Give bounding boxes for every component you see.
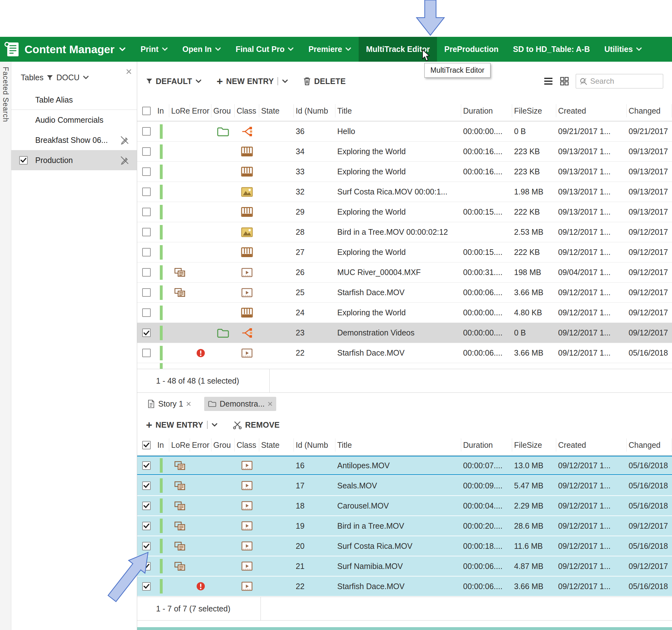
table-row-34[interactable]: 34Exploring the World00:00:16....223 KB0… [137,142,672,162]
app-title[interactable]: Content Manager [25,43,126,56]
row-select-checkbox[interactable] [142,288,151,297]
search-input[interactable] [590,77,660,86]
column-header-grou[interactable]: Grou [211,438,235,451]
chip-close-icon[interactable] [268,401,272,406]
column-header-error[interactable]: Error [190,438,211,451]
menu-item-open-in[interactable]: Open In [175,37,229,62]
menu-item-utilities[interactable]: Utilities [597,37,649,62]
column-header-filesize[interactable]: FileSize [512,104,556,117]
faceted-search-tab[interactable]: Faceted Search [0,62,11,630]
table-row-21[interactable]: 21Surf Namibia.MOV00:00:06....4.87 MB09/… [137,556,672,577]
column-header-created[interactable]: Created [556,104,627,117]
column-header-title[interactable]: Title [335,104,461,117]
menu-item-preproduction[interactable]: PreProduction [437,37,506,62]
pen-disabled-icon[interactable] [120,135,129,145]
chip-close-icon[interactable] [186,401,191,406]
table-row-28[interactable]: 28Bird in a Tree.MOV 00:00:02:122.53 MB0… [137,222,672,242]
column-header-lore[interactable]: LoRe [169,104,190,117]
column-header-changed[interactable]: Changed [627,438,672,451]
list-view-icon[interactable] [544,77,553,85]
select-all-checkbox[interactable] [142,441,151,449]
row-select-checkbox[interactable] [142,308,151,317]
row-select-checkbox[interactable] [142,147,151,156]
row-select-checkbox[interactable] [142,167,151,176]
column-header-state[interactable]: State [259,104,294,117]
column-header-grou[interactable]: Grou [211,104,235,117]
table-row-17[interactable]: 17Seals.MOV00:00:09....5.47 MB09/12/2017… [137,476,672,496]
table-row-22[interactable]: 22Starfish Dace.MOV00:00:06....3.66 MB09… [137,577,672,597]
row-select-checkbox[interactable] [142,188,151,196]
column-header-in[interactable]: In [155,104,169,117]
horizontal-scrollbar[interactable] [137,627,672,630]
cell-title: Bird in a Tree.MOV 00:00:02:12 [335,222,461,242]
table-row-29[interactable]: 29Exploring the World00:00:15....222 KB0… [137,202,672,222]
row-select-checkbox[interactable] [142,501,151,510]
menu-item-premiere[interactable]: Premiere [301,37,359,62]
menu-item-sd-to-hd-table-a-b[interactable]: SD to HD_Table: A-B [506,37,597,62]
tables-filter-control[interactable]: Tables DOCU [11,62,137,90]
table-row-26[interactable]: 26MUC River_00004.MXF00:00:31....198 MB0… [137,262,672,283]
row-select-checkbox[interactable] [142,562,151,570]
chip-story-1[interactable]: Story 1 [143,397,195,411]
table-row-19[interactable]: 19Bird in a Tree.MOV00:00:20....28.6 MB0… [137,516,672,536]
table-row-27[interactable]: 27Exploring the World00:00:15....222 KB0… [137,242,672,262]
column-header-duration[interactable]: Duration [461,104,512,117]
table-row-33[interactable]: 33Exploring the World00:00:16....223 KB0… [137,162,672,182]
table-row-16[interactable]: 16Antilopes.MOV00:00:07....13.0 MB09/12/… [137,456,672,476]
new-entry-button[interactable]: + NEW ENTRY [217,77,288,86]
column-header-state[interactable]: State [259,438,294,451]
select-all-checkbox[interactable] [142,107,151,115]
column-header-class[interactable]: Class [235,438,259,451]
table-row-36[interactable]: 36Hello00:00:00....0 B09/21/2017 1...09/… [137,121,672,142]
row-select-checkbox[interactable] [142,349,151,357]
row-select-checkbox[interactable] [142,522,151,530]
table-row-24[interactable]: 24Exploring the World00:00:00....4.80 KB… [137,303,672,323]
close-icon[interactable] [126,69,132,75]
column-header-title[interactable]: Title [335,438,461,451]
row-select-checkbox[interactable] [142,248,151,256]
menu-item-print[interactable]: Print [134,37,175,62]
table-checkbox[interactable] [19,156,28,165]
column-header-in[interactable]: In [155,438,169,451]
column-header-lore[interactable]: LoRe [169,438,190,451]
row-select-checkbox[interactable] [142,208,151,216]
remove-button[interactable]: REMOVE [233,420,280,429]
column-header-error[interactable]: Error [190,104,211,117]
detail-new-entry-button[interactable]: + NEW ENTRY [146,420,218,429]
column-header-class[interactable]: Class [235,104,259,117]
row-select-checkbox[interactable] [142,461,151,470]
row-select-checkbox[interactable] [142,542,151,551]
breadcrumb-chips: Story 1Demonstra... [137,393,672,415]
row-select-checkbox[interactable] [142,582,151,591]
row-select-checkbox[interactable] [142,268,151,277]
row-select-checkbox[interactable] [142,482,151,490]
table-row-23[interactable]: 23Demonstration Videos00:00:00....0 B09/… [137,323,672,343]
sidebar-item-breakfast-show-06[interactable]: Breakfast Show 06... [11,130,137,150]
sidebar-item-production[interactable]: Production [11,150,137,170]
delete-button[interactable]: DELETE [303,77,345,86]
column-header-filesize[interactable]: FileSize [512,438,556,451]
row-select-checkbox[interactable] [142,329,151,337]
sidebar-item-label: Audio Commercials [35,116,103,125]
column-header-duration[interactable]: Duration [461,438,512,451]
search-box[interactable] [576,74,663,88]
chip-demonstra[interactable]: Demonstra... [204,397,276,411]
row-select-checkbox[interactable] [142,127,151,136]
cell-title: Starfish Dace.MOV [335,577,461,596]
column-header-created[interactable]: Created [556,438,627,451]
table-row-25[interactable]: 25Starfish Dace.MOV00:00:06....3.66 MB09… [137,283,672,303]
table-alias-header[interactable]: Table Alias [11,90,137,110]
table-row-32[interactable]: 32Surf Costa Rica.MOV 00:00:1...1.98 MB0… [137,182,672,202]
pen-disabled-icon[interactable] [120,156,129,165]
column-header-changed[interactable]: Changed [627,104,672,117]
table-row-18[interactable]: 18Carousel.MOV00:00:04....2.29 MB09/12/2… [137,496,672,516]
column-header-id-numb[interactable]: Id (Numb [294,438,335,451]
default-filter-button[interactable]: DEFAULT [146,77,202,86]
row-select-checkbox[interactable] [142,228,151,236]
column-header-id-numb[interactable]: Id (Numb [294,104,335,117]
sidebar-item-audio-commercials[interactable]: Audio Commercials [11,110,137,130]
table-row-20[interactable]: 20Surf Costa Rica.MOV00:00:18....11.6 MB… [137,536,672,556]
grid-view-icon[interactable] [560,77,569,86]
menu-item-final-cut-pro[interactable]: Final Cut Pro [229,37,302,62]
table-row-22[interactable]: 22Starfish Dace.MOV00:00:06....3.66 MB09… [137,343,672,363]
